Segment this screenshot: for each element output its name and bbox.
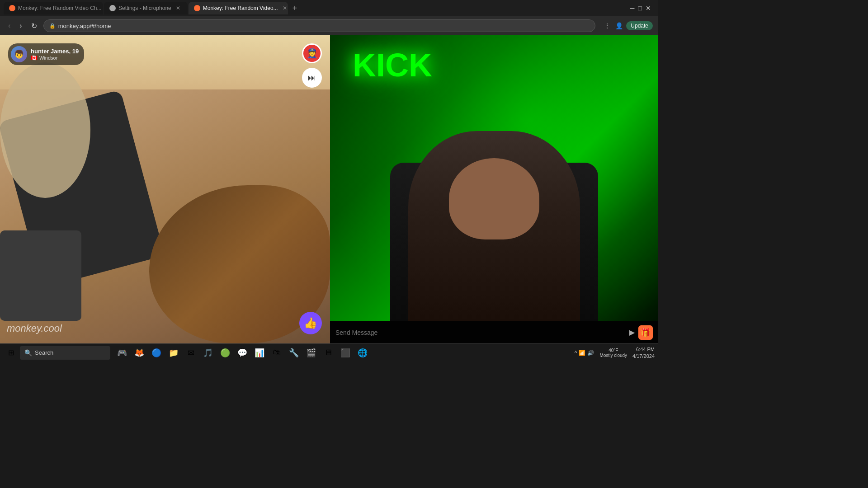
taskbar-app-finance[interactable]: 📊 <box>251 345 268 361</box>
taskbar-app-store[interactable]: 🛍 <box>269 345 285 361</box>
taskbar-app-terminal[interactable]: ⬛ <box>337 345 354 361</box>
right-video-panel: KICK ▶ 🎁 <box>330 35 658 343</box>
forward-button[interactable]: › <box>17 20 24 32</box>
tab-3-label: Monkey: Free Random Video... <box>203 5 278 11</box>
kick-sign: KICK <box>353 49 432 81</box>
minimize-button[interactable]: ─ <box>630 5 635 12</box>
window-controls: ─ □ ✕ <box>630 5 655 12</box>
browser-chrome: Monkey: Free Random Video Ch... ✕ Settin… <box>0 0 658 35</box>
send-button[interactable]: ▶ <box>629 328 635 337</box>
tab-1-icon <box>9 5 15 11</box>
address-bar-row: ‹ › ↻ 🔒 monkey.app/#/home ⋮ 👤 Update <box>0 16 658 35</box>
user-info: hunter James, 19 🇨🇦 Windsor <box>31 48 79 61</box>
start-button[interactable]: ⊞ <box>4 346 18 360</box>
user-location: 🇨🇦 Windsor <box>31 55 79 61</box>
tab-3[interactable]: Monkey: Free Random Video... ✕ <box>189 2 288 14</box>
person-face <box>449 158 539 239</box>
weather-desc: Mostly cloudy <box>599 353 627 358</box>
taskbar-app-game1[interactable]: 🟢 <box>217 345 233 361</box>
tab-2-close[interactable]: ✕ <box>174 4 182 12</box>
taskbar-app-chat[interactable]: 💬 <box>234 345 250 361</box>
tab-2[interactable]: Settings - Microphone ✕ <box>104 2 188 14</box>
tab-3-icon <box>194 5 200 11</box>
flag-icon: 🇨🇦 <box>31 55 38 61</box>
user-avatar: 👦 <box>11 46 27 62</box>
update-button[interactable]: Update <box>626 21 653 30</box>
object-shape <box>0 230 81 321</box>
tray-chevron[interactable]: ^ <box>575 350 577 356</box>
left-video-background: monkey.cool <box>0 35 330 343</box>
taskbar-search[interactable]: 🔍 Search <box>20 346 110 360</box>
taskbar-app-music[interactable]: 🎵 <box>200 345 216 361</box>
tab-2-icon <box>109 5 116 11</box>
location-text: Windsor <box>39 55 57 61</box>
user-name: hunter James, 19 <box>31 48 79 55</box>
tab-bar: Monkey: Free Random Video Ch... ✕ Settin… <box>0 0 658 16</box>
clock[interactable]: 6:44 PM 4/17/2024 <box>632 346 655 359</box>
maximize-button[interactable]: □ <box>638 5 642 12</box>
watermark: monkey.cool <box>7 323 62 334</box>
tab-1[interactable]: Monkey: Free Random Video Ch... ✕ <box>4 2 103 14</box>
tray-network[interactable]: 📶 <box>579 350 585 356</box>
wall-area <box>0 62 90 198</box>
kick-logo-text: KICK <box>353 49 432 81</box>
search-icon: 🔍 <box>24 349 32 357</box>
lock-icon: 🔒 <box>49 23 56 29</box>
user-badge: 👦 hunter James, 19 🇨🇦 Windsor <box>8 43 84 65</box>
profile-icon[interactable]: 👤 <box>614 21 623 30</box>
search-text: Search <box>35 349 53 356</box>
taskbar-app-monitor[interactable]: 🖥 <box>320 345 336 361</box>
taskbar-right: ^ 📶 🔊 40°F Mostly cloudy 6:44 PM 4/17/20… <box>575 346 655 359</box>
time-display: 6:44 PM <box>636 346 655 352</box>
taskbar-app-media[interactable]: 🎬 <box>303 345 319 361</box>
taskbar-app-tools[interactable]: 🔧 <box>286 345 302 361</box>
like-button[interactable]: 👍 <box>299 312 322 334</box>
tab-1-label: Monkey: Free Random Video Ch... <box>18 5 102 11</box>
system-tray: ^ 📶 🔊 <box>575 350 594 356</box>
taskbar-app-folder[interactable]: 📁 <box>165 345 182 361</box>
extensions-icon[interactable]: ⋮ <box>603 21 612 30</box>
main-content: monkey.cool 👦 hunter James, 19 🇨🇦 Windso… <box>0 35 658 343</box>
refresh-button[interactable]: ↻ <box>28 20 40 32</box>
taskbar: ⊞ 🔍 Search 🎮 🦊 🔵 📁 ✉ 🎵 🟢 💬 📊 🛍 🔧 🎬 🖥 ⬛ 🌐… <box>0 343 658 361</box>
report-button[interactable]: 👮 <box>302 43 322 63</box>
tab-3-close[interactable]: ✕ <box>281 4 288 12</box>
windows-icon: ⊞ <box>8 348 14 357</box>
taskbar-app-mail[interactable]: ✉ <box>183 345 199 361</box>
new-tab-button[interactable]: + <box>289 4 301 13</box>
url-text: monkey.app/#/home <box>58 23 111 29</box>
gift-button[interactable]: 🎁 <box>638 325 653 340</box>
message-input[interactable] <box>335 329 626 336</box>
taskbar-app-fire[interactable]: 🦊 <box>131 345 147 361</box>
toolbar-icons: ⋮ 👤 Update <box>603 21 653 30</box>
taskbar-system: 40°F Mostly cloudy <box>596 348 631 358</box>
taskbar-app-discord[interactable]: 🎮 <box>114 345 130 361</box>
close-button[interactable]: ✕ <box>646 5 651 12</box>
taskbar-apps: 🎮 🦊 🔵 📁 ✉ 🎵 🟢 💬 📊 🛍 🔧 🎬 🖥 ⬛ 🌐 <box>114 345 371 361</box>
taskbar-app-chrome[interactable]: 🔵 <box>148 345 165 361</box>
skip-button[interactable]: ⏭ <box>302 68 322 88</box>
address-bar[interactable]: 🔒 monkey.app/#/home <box>43 19 596 32</box>
date-display: 4/17/2024 <box>632 353 655 359</box>
taskbar-app-browser2[interactable]: 🌐 <box>354 345 371 361</box>
right-video-background: KICK <box>330 35 658 321</box>
tab-2-label: Settings - Microphone <box>118 5 171 11</box>
chat-area: ▶ 🎁 <box>330 321 658 343</box>
weather-temp: 40°F <box>609 348 618 353</box>
left-video-panel: monkey.cool 👦 hunter James, 19 🇨🇦 Windso… <box>0 35 330 343</box>
weather-widget: 40°F Mostly cloudy <box>599 348 627 358</box>
tray-volume[interactable]: 🔊 <box>587 350 594 356</box>
back-button[interactable]: ‹ <box>5 20 13 32</box>
